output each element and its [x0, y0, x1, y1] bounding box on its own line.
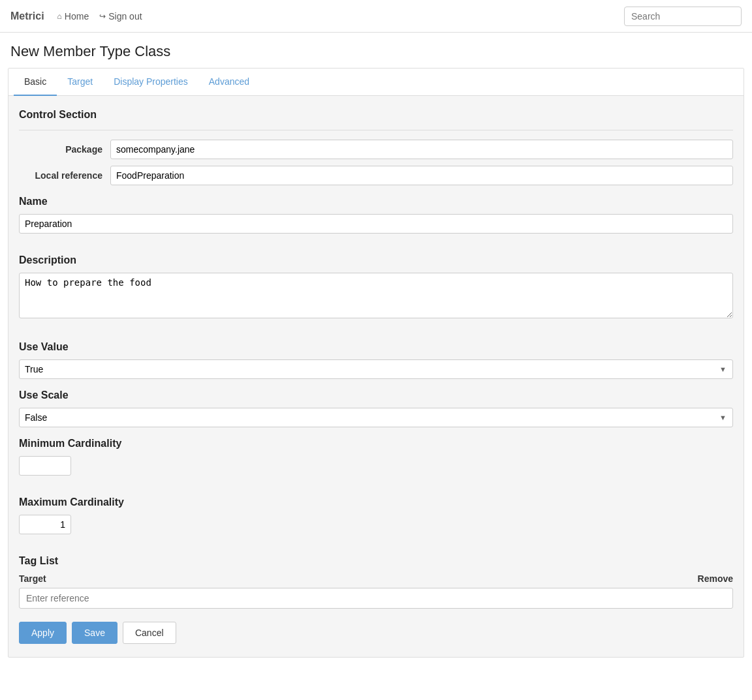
tag-list-section-title: Tag List: [19, 555, 733, 567]
tab-target[interactable]: Target: [57, 68, 103, 96]
min-cardinality-section-title: Minimum Cardinality: [19, 438, 733, 449]
max-cardinality-input[interactable]: [19, 515, 71, 534]
description-section-title: Description: [19, 254, 733, 266]
signout-icon: ↪: [99, 12, 106, 21]
min-cardinality-input[interactable]: [19, 456, 71, 476]
package-label: Package: [19, 144, 110, 155]
tab-advanced[interactable]: Advanced: [198, 68, 260, 96]
tab-basic[interactable]: Basic: [14, 68, 57, 96]
description-textarea[interactable]: How to prepare the food: [19, 273, 733, 318]
use-scale-select-wrapper: True False: [19, 408, 733, 427]
form-body: Control Section Package Local reference …: [8, 96, 744, 657]
form-container: Basic Target Display Properties Advanced…: [8, 68, 744, 658]
use-value-select[interactable]: True False: [19, 359, 733, 379]
use-scale-select[interactable]: True False: [19, 408, 733, 427]
search-container: [624, 7, 742, 26]
local-reference-row: Local reference: [19, 166, 733, 185]
apply-button[interactable]: Apply: [19, 622, 67, 644]
control-section-fields: Package Local reference: [19, 140, 733, 185]
use-value-select-wrapper: True False: [19, 359, 733, 379]
home-icon: ⌂: [57, 12, 62, 21]
name-input[interactable]: [19, 214, 733, 234]
max-cardinality-section-title: Maximum Cardinality: [19, 496, 733, 508]
nav-links: ⌂ Home ↪ Sign out: [57, 11, 624, 22]
use-scale-section-title: Use Scale: [19, 389, 733, 401]
home-link[interactable]: ⌂ Home: [57, 11, 89, 22]
tag-list-target-header: Target: [19, 573, 46, 584]
save-button[interactable]: Save: [72, 622, 118, 644]
home-label: Home: [65, 11, 89, 22]
signout-label: Sign out: [108, 11, 142, 22]
signout-link[interactable]: ↪ Sign out: [99, 11, 142, 22]
tag-list-remove-header: Remove: [698, 573, 733, 584]
brand: Metrici: [10, 10, 44, 22]
search-input[interactable]: [624, 7, 742, 26]
navbar: Metrici ⌂ Home ↪ Sign out: [0, 0, 752, 33]
local-reference-input[interactable]: [110, 166, 733, 185]
tab-bar: Basic Target Display Properties Advanced: [8, 68, 744, 96]
use-value-section-title: Use Value: [19, 341, 733, 353]
package-row: Package: [19, 140, 733, 159]
package-input-wrapper: [110, 140, 733, 159]
package-input[interactable]: [110, 140, 733, 159]
tab-display-properties[interactable]: Display Properties: [103, 68, 198, 96]
tag-list-reference-input[interactable]: [19, 588, 733, 609]
cancel-button[interactable]: Cancel: [123, 622, 176, 644]
tag-list-header: Target Remove: [19, 573, 733, 584]
local-reference-input-wrapper: [110, 166, 733, 185]
local-reference-label: Local reference: [19, 170, 110, 181]
page-title: New Member Type Class: [0, 33, 752, 68]
action-buttons: Apply Save Cancel: [19, 622, 733, 644]
control-section-title: Control Section: [19, 109, 733, 121]
tag-list-section: Tag List Target Remove: [19, 555, 733, 609]
name-section-title: Name: [19, 196, 733, 207]
